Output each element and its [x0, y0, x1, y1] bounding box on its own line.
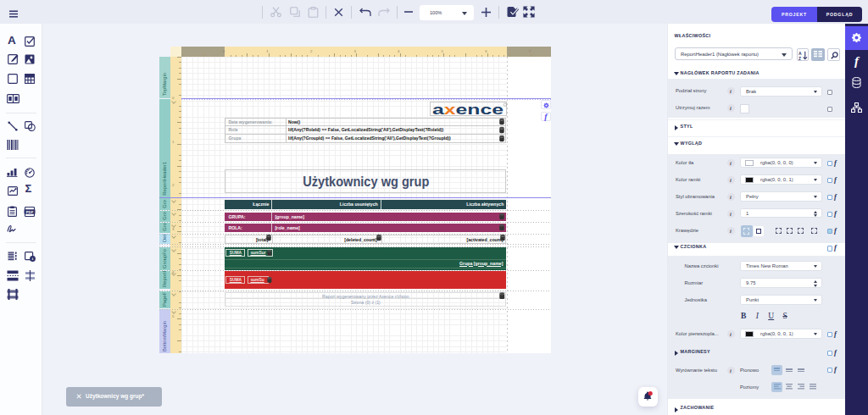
svg-text:axence: axence — [432, 102, 504, 116]
svg-text:PDF: PDF — [26, 209, 34, 213]
svg-text:Z: Z — [798, 55, 801, 59]
